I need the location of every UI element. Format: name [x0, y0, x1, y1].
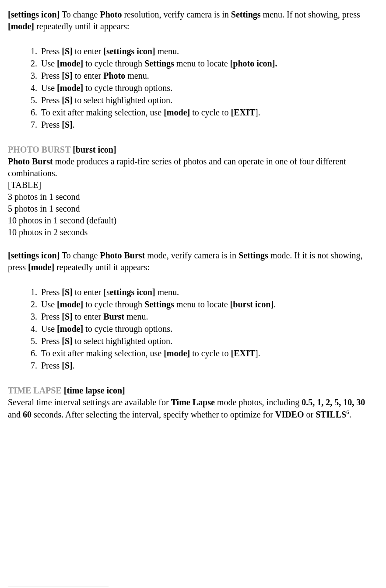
table-row: 5 photos in 1 second [8, 203, 378, 215]
step-4: Use [mode] to cycle through options. [39, 323, 378, 335]
step-1: Press [S] to enter [settings icon] menu. [39, 286, 378, 298]
photo-burst-heading: PHOTO BURST [burst icon] [8, 144, 378, 156]
table-row: 10 photos in 1 second (default) [8, 215, 378, 226]
time-lapse-title: TIME LAPSE [8, 386, 62, 395]
step-5: Press [S] to select highlighted option. [39, 94, 378, 106]
step-2: Use [mode] to cycle through Settings men… [39, 299, 378, 310]
photo-resolution-intro: [settings icon] To change Photo resoluti… [8, 9, 378, 32]
table-row: 3 photos in 1 second [8, 191, 378, 203]
step-1: Press [S] to enter [settings icon] menu. [39, 45, 378, 57]
step-3: Press [S] to enter Burst menu. [39, 311, 378, 323]
time-lapse-intro: Several time interval settings are avail… [8, 397, 378, 421]
photo-burst-title: PHOTO BURST [8, 145, 70, 154]
photo-burst-instructions-intro: [settings icon] To change Photo Burst mo… [8, 250, 378, 273]
photo-burst-intro: Photo Burst mode produces a rapid-fire s… [8, 156, 378, 179]
burst-icon-label: [burst icon] [70, 145, 116, 154]
settings-icon-label: [settings icon] [8, 251, 60, 260]
step-6: To exit after making selection, use [mod… [39, 107, 378, 118]
step-4: Use [mode] to cycle through options. [39, 82, 378, 94]
footnote-separator [8, 587, 109, 587]
photo-resolution-steps: Press [S] to enter [settings icon] menu.… [39, 45, 378, 131]
step-7: Press [S]. [39, 119, 378, 131]
photo-burst-steps: Press [S] to enter [settings icon] menu.… [39, 286, 378, 372]
time-lapse-heading: TIME LAPSE [time lapse icon] [8, 385, 378, 397]
step-6: To exit after making selection, use [mod… [39, 348, 378, 359]
time-lapse-icon-label: [time lapse icon] [62, 386, 125, 395]
step-7: Press [S]. [39, 360, 378, 372]
table-label: [TABLE] [8, 179, 378, 191]
step-2: Use [mode] to cycle through Settings men… [39, 58, 378, 70]
settings-icon-label: [settings icon] [8, 10, 60, 19]
step-3: Press [S] to enter Photo menu. [39, 70, 378, 82]
step-5: Press [S] to select highlighted option. [39, 335, 378, 347]
table-row: 10 photos in 2 seconds [8, 226, 378, 238]
